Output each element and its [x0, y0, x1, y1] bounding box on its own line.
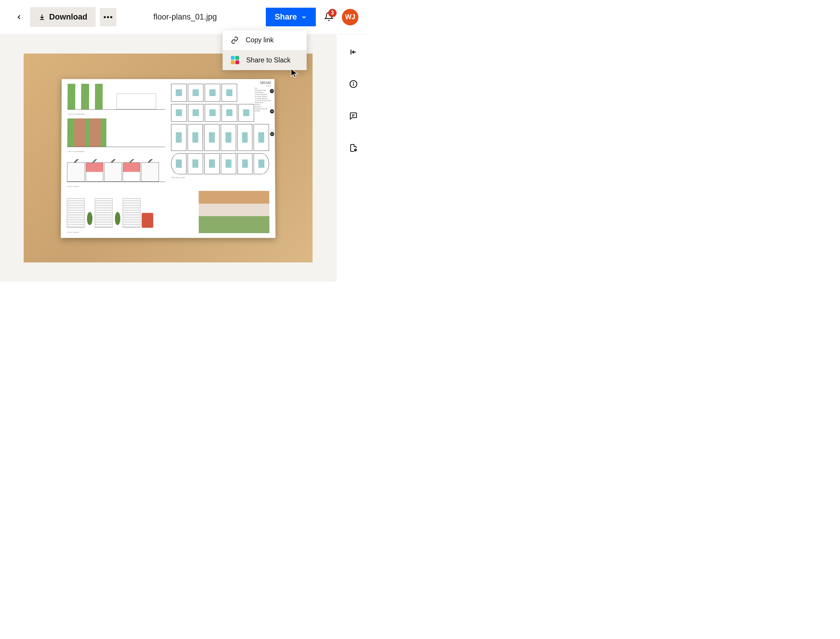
section-caption: 1:25 m² section	[67, 186, 165, 187]
sqm-tag: 360	[270, 132, 274, 136]
svg-point-1	[107, 16, 109, 18]
section-drawing	[67, 156, 165, 182]
chevron-down-icon	[301, 14, 307, 20]
content: NR340 2 of 2 Key: Information Point Soci…	[0, 34, 370, 281]
share-button[interactable]: Share	[266, 8, 316, 26]
svg-point-5	[353, 82, 354, 83]
collapse-panel-button[interactable]	[349, 48, 357, 56]
comment-icon	[349, 112, 357, 120]
link-icon	[231, 37, 239, 44]
version-history-button[interactable]	[349, 144, 357, 152]
floorplan-caption: Floor plans 1:200	[171, 176, 269, 178]
svg-point-0	[104, 16, 106, 18]
avatar[interactable]: WJ	[342, 9, 359, 25]
floor-plan-row: 190	[171, 104, 269, 122]
right-panel	[336, 34, 370, 281]
section-drawing	[67, 191, 165, 227]
chevron-left-icon	[16, 14, 22, 21]
elevation-drawing	[67, 84, 165, 110]
more-icon	[103, 16, 113, 18]
elevation-caption: 1:25 m² rear elevation	[67, 151, 165, 153]
share-dropdown: Copy link Share to Slack	[223, 30, 307, 70]
notification-badge: 3	[328, 9, 336, 17]
svg-point-2	[110, 16, 113, 18]
slack-icon	[231, 56, 239, 64]
download-label: Download	[49, 13, 87, 22]
comments-button[interactable]	[349, 112, 357, 120]
floor-plan-row: 130	[171, 84, 269, 102]
share-label: Share	[275, 13, 297, 22]
elevation-caption: 1:25 m² front elevation	[67, 113, 165, 115]
section-caption: 1:25 m² section	[67, 231, 165, 233]
cursor-icon	[290, 67, 300, 79]
copy-link-item[interactable]: Copy link	[223, 30, 307, 50]
info-button[interactable]	[349, 80, 357, 88]
more-button[interactable]	[100, 8, 116, 26]
copy-link-label: Copy link	[245, 36, 274, 44]
info-icon	[349, 80, 357, 88]
floor-plan-row	[171, 153, 269, 174]
back-button[interactable]	[12, 10, 26, 24]
sqm-tag: 130	[270, 89, 274, 93]
file-clock-icon	[349, 144, 357, 152]
header: Download floor-plans_01.jpg Share 3 WJ	[0, 0, 370, 34]
notifications-button[interactable]: 3	[324, 12, 333, 22]
preview-background: NR340 2 of 2 Key: Information Point Soci…	[24, 54, 312, 262]
floor-plan-document: NR340 2 of 2 Key: Information Point Soci…	[61, 79, 276, 238]
share-slack-label: Share to Slack	[246, 56, 291, 64]
collapse-icon	[349, 48, 357, 56]
download-icon	[38, 14, 46, 21]
filename: floor-plans_01.jpg	[153, 13, 217, 22]
interior-render	[199, 191, 269, 233]
download-button[interactable]: Download	[30, 7, 96, 27]
sqm-tag: 190	[270, 109, 274, 113]
floor-plan-row: 360	[171, 124, 269, 151]
elevation-drawing	[67, 118, 165, 147]
preview-area: NR340 2 of 2 Key: Information Point Soci…	[0, 34, 336, 281]
